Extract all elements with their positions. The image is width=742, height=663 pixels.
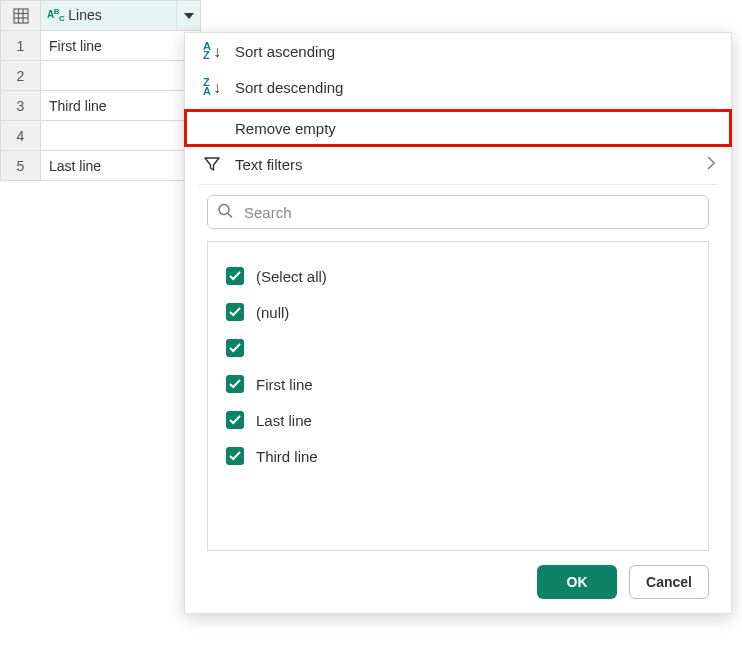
datatype-text-icon: ABC <box>47 7 64 23</box>
cell-value[interactable] <box>41 61 201 91</box>
menu-label: Remove empty <box>235 120 336 137</box>
row-number[interactable]: 3 <box>1 91 41 121</box>
row-number[interactable]: 2 <box>1 61 41 91</box>
menu-sort-ascending[interactable]: AZ↓ Sort ascending <box>185 33 731 69</box>
table-row[interactable]: 2 <box>1 61 201 91</box>
sort-ascending-icon: AZ↓ <box>201 42 223 60</box>
column-filter-dropdown-button[interactable] <box>176 1 200 30</box>
chevron-right-icon <box>707 156 715 173</box>
menu-text-filters[interactable]: Text filters <box>185 146 731 182</box>
menu-sort-descending[interactable]: ZA↓ Sort descending <box>185 69 731 105</box>
column-filter-flyout: AZ↓ Sort ascending ZA↓ Sort descending R… <box>184 32 732 614</box>
ok-button[interactable]: OK <box>537 565 617 599</box>
cancel-button[interactable]: Cancel <box>629 565 709 599</box>
svg-line-6 <box>228 214 232 218</box>
checkbox-checked-icon[interactable] <box>226 339 244 357</box>
table-corner-icon[interactable] <box>1 1 41 31</box>
data-grid: ABC Lines 1First line23Third line45Last … <box>0 0 201 181</box>
filter-value-list: (Select all)(null)First lineLast lineThi… <box>207 241 709 551</box>
row-number[interactable]: 1 <box>1 31 41 61</box>
table-row[interactable]: 4 <box>1 121 201 151</box>
cell-value[interactable]: First line <box>41 31 201 61</box>
checkbox-checked-icon[interactable] <box>226 303 244 321</box>
menu-divider <box>199 107 717 108</box>
menu-label: Sort descending <box>235 79 343 96</box>
filter-value-item[interactable]: (Select all) <box>226 258 690 294</box>
sort-descending-icon: ZA↓ <box>201 78 223 96</box>
cell-value[interactable] <box>41 121 201 151</box>
svg-point-5 <box>219 205 229 215</box>
filter-value-label: Third line <box>256 448 318 465</box>
filter-value-item[interactable]: Third line <box>226 438 690 474</box>
checkbox-checked-icon[interactable] <box>226 411 244 429</box>
filter-value-item[interactable]: (null) <box>226 294 690 330</box>
table-row[interactable]: 5Last line <box>1 151 201 181</box>
cell-value[interactable]: Last line <box>41 151 201 181</box>
filter-value-label: (null) <box>256 304 289 321</box>
filter-value-item[interactable]: First line <box>226 366 690 402</box>
filter-search <box>207 195 709 229</box>
filter-search-input[interactable] <box>207 195 709 229</box>
table-row[interactable]: 1First line <box>1 31 201 61</box>
cell-value[interactable]: Third line <box>41 91 201 121</box>
filter-value-label: First line <box>256 376 313 393</box>
checkbox-checked-icon[interactable] <box>226 375 244 393</box>
menu-label: Text filters <box>235 156 303 173</box>
column-name: Lines <box>68 7 101 23</box>
table-row[interactable]: 3Third line <box>1 91 201 121</box>
menu-divider <box>199 184 717 185</box>
flyout-footer: OK Cancel <box>185 551 731 599</box>
filter-value-label: Last line <box>256 412 312 429</box>
filter-value-label: (Select all) <box>256 268 327 285</box>
row-number[interactable]: 5 <box>1 151 41 181</box>
filter-value-item[interactable]: Last line <box>226 402 690 438</box>
row-number[interactable]: 4 <box>1 121 41 151</box>
search-icon <box>217 203 233 222</box>
checkbox-checked-icon[interactable] <box>226 267 244 285</box>
column-header-lines[interactable]: ABC Lines <box>41 1 201 31</box>
checkbox-checked-icon[interactable] <box>226 447 244 465</box>
funnel-icon <box>201 155 223 173</box>
filter-value-item[interactable] <box>226 330 690 366</box>
svg-rect-0 <box>14 9 28 23</box>
menu-remove-empty[interactable]: Remove empty <box>185 110 731 146</box>
menu-label: Sort ascending <box>235 43 335 60</box>
